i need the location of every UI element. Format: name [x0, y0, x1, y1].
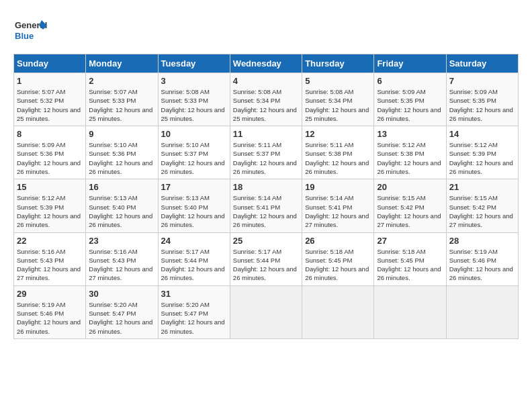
day-number: 27: [377, 236, 443, 246]
calendar-day-cell: 19 Sunrise: 5:14 AM Sunset: 5:41 PM Dayl…: [302, 179, 374, 232]
day-number: 5: [305, 76, 371, 86]
calendar-day-cell: 24 Sunrise: 5:17 AM Sunset: 5:44 PM Dayl…: [158, 232, 230, 285]
day-number: 10: [161, 129, 227, 139]
day-number: 4: [233, 76, 299, 86]
calendar-day-cell: 29 Sunrise: 5:19 AM Sunset: 5:46 PM Dayl…: [14, 285, 86, 338]
day-number: 17: [161, 182, 227, 192]
day-info: Sunrise: 5:10 AM Sunset: 5:37 PM Dayligh…: [161, 140, 227, 176]
calendar-day-cell: 9 Sunrise: 5:10 AM Sunset: 5:36 PM Dayli…: [86, 126, 158, 179]
day-of-week-header: Friday: [374, 54, 446, 73]
calendar-day-cell: 8 Sunrise: 5:09 AM Sunset: 5:36 PM Dayli…: [14, 126, 86, 179]
day-info: Sunrise: 5:11 AM Sunset: 5:38 PM Dayligh…: [305, 140, 371, 176]
day-number: 8: [17, 129, 83, 139]
day-info: Sunrise: 5:12 AM Sunset: 5:38 PM Dayligh…: [377, 140, 443, 176]
day-info: Sunrise: 5:07 AM Sunset: 5:33 PM Dayligh…: [89, 87, 154, 123]
day-info: Sunrise: 5:18 AM Sunset: 5:45 PM Dayligh…: [377, 247, 443, 283]
day-number: 15: [17, 182, 83, 192]
calendar-day-cell: [230, 285, 302, 338]
day-info: Sunrise: 5:09 AM Sunset: 5:35 PM Dayligh…: [449, 87, 515, 123]
day-info: Sunrise: 5:17 AM Sunset: 5:44 PM Dayligh…: [161, 247, 227, 283]
day-number: 28: [449, 236, 515, 246]
calendar-header: SundayMondayTuesdayWednesdayThursdayFrid…: [14, 54, 519, 73]
calendar-day-cell: 12 Sunrise: 5:11 AM Sunset: 5:38 PM Dayl…: [302, 126, 374, 179]
day-info: Sunrise: 5:12 AM Sunset: 5:39 PM Dayligh…: [17, 193, 83, 229]
day-number: 30: [89, 289, 154, 299]
calendar-day-cell: 7 Sunrise: 5:09 AM Sunset: 5:35 PM Dayli…: [446, 73, 518, 126]
day-number: 25: [233, 236, 299, 246]
day-number: 18: [233, 182, 299, 192]
day-number: 29: [17, 289, 83, 299]
day-of-week-header: Thursday: [302, 54, 374, 73]
day-info: Sunrise: 5:15 AM Sunset: 5:42 PM Dayligh…: [449, 193, 515, 229]
day-number: 2: [89, 76, 154, 86]
logo-svg: General Blue: [13, 13, 47, 47]
calendar-day-cell: 22 Sunrise: 5:16 AM Sunset: 5:43 PM Dayl…: [14, 232, 86, 285]
calendar-day-cell: [302, 285, 374, 338]
day-info: Sunrise: 5:19 AM Sunset: 5:46 PM Dayligh…: [17, 300, 83, 336]
calendar-week-row: 1 Sunrise: 5:07 AM Sunset: 5:32 PM Dayli…: [14, 73, 519, 126]
day-info: Sunrise: 5:16 AM Sunset: 5:43 PM Dayligh…: [17, 247, 83, 283]
day-number: 22: [17, 236, 83, 246]
calendar-day-cell: 14 Sunrise: 5:12 AM Sunset: 5:39 PM Dayl…: [446, 126, 518, 179]
calendar-day-cell: 26 Sunrise: 5:18 AM Sunset: 5:45 PM Dayl…: [302, 232, 374, 285]
day-info: Sunrise: 5:18 AM Sunset: 5:45 PM Dayligh…: [305, 247, 371, 283]
day-info: Sunrise: 5:20 AM Sunset: 5:47 PM Dayligh…: [89, 300, 154, 336]
svg-text:Blue: Blue: [15, 31, 34, 41]
day-info: Sunrise: 5:14 AM Sunset: 5:41 PM Dayligh…: [233, 193, 299, 229]
day-of-week-header: Tuesday: [158, 54, 230, 73]
calendar-day-cell: 10 Sunrise: 5:10 AM Sunset: 5:37 PM Dayl…: [158, 126, 230, 179]
calendar-day-cell: 1 Sunrise: 5:07 AM Sunset: 5:32 PM Dayli…: [14, 73, 86, 126]
day-number: 19: [305, 182, 371, 192]
day-number: 20: [377, 182, 443, 192]
calendar-day-cell: 31 Sunrise: 5:20 AM Sunset: 5:47 PM Dayl…: [158, 285, 230, 338]
day-number: 1: [17, 76, 83, 86]
day-number: 16: [89, 182, 154, 192]
day-number: 13: [377, 129, 443, 139]
logo: General Blue: [13, 13, 47, 47]
day-info: Sunrise: 5:13 AM Sunset: 5:40 PM Dayligh…: [161, 193, 227, 229]
calendar-day-cell: 3 Sunrise: 5:08 AM Sunset: 5:33 PM Dayli…: [158, 73, 230, 126]
calendar-day-cell: 5 Sunrise: 5:08 AM Sunset: 5:34 PM Dayli…: [302, 73, 374, 126]
calendar-day-cell: 13 Sunrise: 5:12 AM Sunset: 5:38 PM Dayl…: [374, 126, 446, 179]
calendar-week-row: 22 Sunrise: 5:16 AM Sunset: 5:43 PM Dayl…: [14, 232, 519, 285]
day-number: 12: [305, 129, 371, 139]
calendar-day-cell: 20 Sunrise: 5:15 AM Sunset: 5:42 PM Dayl…: [374, 179, 446, 232]
day-of-week-header: Wednesday: [230, 54, 302, 73]
day-info: Sunrise: 5:16 AM Sunset: 5:43 PM Dayligh…: [89, 247, 154, 283]
calendar-week-row: 29 Sunrise: 5:19 AM Sunset: 5:46 PM Dayl…: [14, 285, 519, 338]
day-number: 14: [449, 129, 515, 139]
day-info: Sunrise: 5:14 AM Sunset: 5:41 PM Dayligh…: [305, 193, 371, 229]
calendar-day-cell: 2 Sunrise: 5:07 AM Sunset: 5:33 PM Dayli…: [86, 73, 158, 126]
day-number: 26: [305, 236, 371, 246]
day-info: Sunrise: 5:19 AM Sunset: 5:46 PM Dayligh…: [449, 247, 515, 283]
day-of-week-header: Monday: [86, 54, 158, 73]
day-info: Sunrise: 5:07 AM Sunset: 5:32 PM Dayligh…: [17, 87, 83, 123]
calendar-day-cell: 18 Sunrise: 5:14 AM Sunset: 5:41 PM Dayl…: [230, 179, 302, 232]
calendar-body: 1 Sunrise: 5:07 AM Sunset: 5:32 PM Dayli…: [14, 73, 519, 339]
day-of-week-header: Sunday: [14, 54, 86, 73]
day-info: Sunrise: 5:09 AM Sunset: 5:36 PM Dayligh…: [17, 140, 83, 176]
calendar-week-row: 8 Sunrise: 5:09 AM Sunset: 5:36 PM Dayli…: [14, 126, 519, 179]
calendar-day-cell: 16 Sunrise: 5:13 AM Sunset: 5:40 PM Dayl…: [86, 179, 158, 232]
day-info: Sunrise: 5:20 AM Sunset: 5:47 PM Dayligh…: [161, 300, 227, 336]
day-of-week-header: Saturday: [446, 54, 518, 73]
calendar-day-cell: [446, 285, 518, 338]
day-info: Sunrise: 5:08 AM Sunset: 5:34 PM Dayligh…: [305, 87, 371, 123]
day-info: Sunrise: 5:08 AM Sunset: 5:34 PM Dayligh…: [233, 87, 299, 123]
day-info: Sunrise: 5:12 AM Sunset: 5:39 PM Dayligh…: [449, 140, 515, 176]
day-info: Sunrise: 5:08 AM Sunset: 5:33 PM Dayligh…: [161, 87, 227, 123]
day-number: 7: [449, 76, 515, 86]
calendar-day-cell: 25 Sunrise: 5:17 AM Sunset: 5:44 PM Dayl…: [230, 232, 302, 285]
day-info: Sunrise: 5:17 AM Sunset: 5:44 PM Dayligh…: [233, 247, 299, 283]
day-info: Sunrise: 5:09 AM Sunset: 5:35 PM Dayligh…: [377, 87, 443, 123]
calendar-day-cell: 28 Sunrise: 5:19 AM Sunset: 5:46 PM Dayl…: [446, 232, 518, 285]
day-number: 9: [89, 129, 154, 139]
calendar-day-cell: 23 Sunrise: 5:16 AM Sunset: 5:43 PM Dayl…: [86, 232, 158, 285]
calendar-day-cell: 21 Sunrise: 5:15 AM Sunset: 5:42 PM Dayl…: [446, 179, 518, 232]
day-number: 24: [161, 236, 227, 246]
day-info: Sunrise: 5:11 AM Sunset: 5:37 PM Dayligh…: [233, 140, 299, 176]
calendar-day-cell: 6 Sunrise: 5:09 AM Sunset: 5:35 PM Dayli…: [374, 73, 446, 126]
day-info: Sunrise: 5:10 AM Sunset: 5:36 PM Dayligh…: [89, 140, 154, 176]
day-number: 3: [161, 76, 227, 86]
calendar-day-cell: 15 Sunrise: 5:12 AM Sunset: 5:39 PM Dayl…: [14, 179, 86, 232]
